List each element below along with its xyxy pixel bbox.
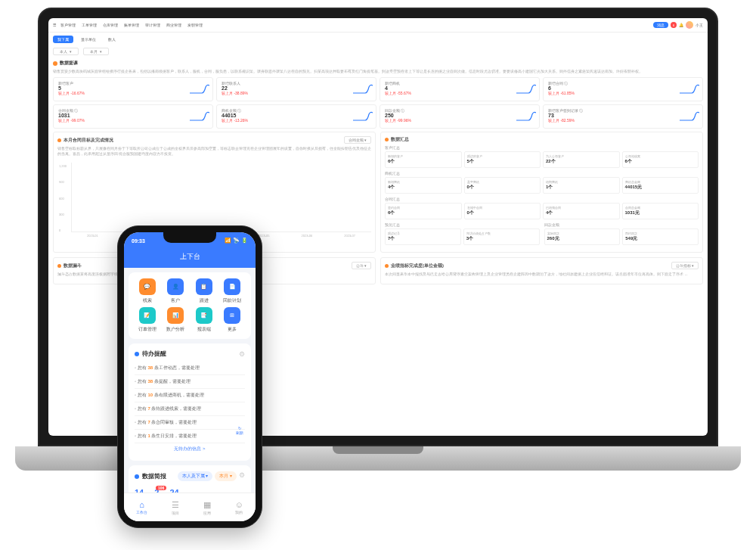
phone-notch [163,232,216,243]
todo-item[interactable]: ◦ 您有 38 条工作动态，需要处理 [135,362,245,375]
bell-icon[interactable]: 🔔 [679,23,683,27]
sub-tab[interactable]: 我下属 [53,36,73,43]
sparkline-icon [353,111,373,122]
app-icon: 💬 [139,278,156,295]
group-label: 回款金额 [544,222,699,227]
panel-select[interactable]: 公斗指标 ▾ [671,262,699,269]
tab-label: 应用 [203,511,211,515]
app-icon: 📄 [224,278,240,295]
app-item[interactable]: ⊞更多 [220,307,246,333]
panel-title: 数据汇总 [385,136,409,143]
app-item[interactable]: 📑报表端 [191,307,217,333]
filter-chip[interactable]: 本月 ▾ [215,471,237,481]
main-nav: 客户管理 工单管理 仓库管理 账单管理 审计管理 商业管理 发明管理 [60,23,649,27]
metric-card: 新增合同 ⓘ 6 较上月 -61.85% [543,77,703,101]
nav-item[interactable]: 账单管理 [124,23,139,27]
briefing-section: 数据提课 销售宽安少数高块码城灰面管组绘接序行提企务来，包括以播南级据客户，联系… [48,57,708,132]
chevron-down-icon: ▾ [100,49,102,54]
tab-icon: ☺ [235,500,243,509]
avatar[interactable] [686,21,693,29]
sub-tab[interactable]: 数人 [104,36,120,43]
app-item[interactable]: 💬线索 [135,278,160,304]
section-title: 数据提课 [53,60,703,67]
metric-delta: 较上月 -13.26% [222,118,371,123]
menu-icon[interactable]: ☰ [53,23,56,27]
chart-canvas [71,163,371,232]
metric-value: 22 [222,85,371,91]
app-label: 客户 [171,297,180,304]
metric-card: 新增客户 5 较上月 -16.67% [53,77,213,101]
tab-icon: ▦ [203,500,211,510]
metric-delta: 较上月 -55.67% [385,91,534,95]
nav-item[interactable]: 商业管理 [166,23,181,27]
sparkline-icon [353,84,373,95]
todo-item[interactable]: ◦ 您有 38 条提醒，需要处理 [135,375,245,389]
dot-icon [57,138,61,142]
metric-value: 6 [548,85,698,91]
refresh-button[interactable]: ↻刷新 [236,427,243,435]
metric-delta: 较上月 -99.96% [385,118,534,123]
app-item[interactable]: 📊数户分析 [163,307,189,333]
group-label: 预兑汇总 [385,222,540,227]
gear-icon[interactable]: ⚙ [239,350,245,358]
filter-owner[interactable]: 本人▾ [53,48,79,55]
filter-period[interactable]: 本月▾ [83,48,109,55]
tab-item[interactable]: ⌂工作台 [136,500,147,514]
stat-badge: 106 [156,486,166,490]
notification-badge[interactable]: 6 [671,22,677,28]
nav-item[interactable]: 发明管理 [187,23,203,27]
app-item[interactable]: 📋跟进 [191,278,217,304]
todo-item[interactable]: ◦ 您有 7 条待跟进线索，需要处理 [135,402,245,416]
summary-cell: 在维中合同0个 [464,203,541,219]
more-link[interactable]: 无待办的信息 > [135,443,245,455]
app-icon: 📊 [167,307,184,324]
app-icon: 👤 [167,278,184,295]
todo-item[interactable]: ◦ 您有 1 条生日安排，需要处理 [135,430,245,443]
group-label: 合同汇总 [385,197,699,201]
todo-list: ◦ 您有 38 条工作动态，需要处理◦ 您有 38 条提醒，需要处理◦ 您有 1… [135,362,245,443]
nav-item[interactable]: 审计管理 [145,23,160,27]
group-label: 客户汇总 [385,145,699,150]
metric-delta: 较上月 -61.85% [548,91,698,95]
panel-select[interactable]: 公斗 ▾ [352,262,371,269]
summary-cell: 跟进的客户5个 [464,151,541,168]
summary-panel: 数据汇总 客户汇总新增的客户6个跟进的客户5个为人公海客户22个公海池线索6个商… [380,132,703,253]
metric-delta: 较上月 -99.07% [58,118,208,123]
app-label: 更多 [228,326,237,333]
tab-item[interactable]: ☺我的 [235,500,243,514]
summary-group: 客户汇总新增的客户6个跟进的客户5个为人公海客户22个公海池线索6个 [385,145,699,168]
metric-card: 商机金额 ⓘ 44015 较上月 -13.26% [216,104,376,129]
sparkline-icon [680,111,699,122]
metrics-grid: 新增客户 5 较上月 -16.67% 新增联系人 22 较上月 -38.89% … [53,77,703,129]
page-title: 上下台 [124,249,256,268]
metric-value: 1031 [58,113,208,118]
app-item[interactable]: 👤客户 [163,278,189,304]
metric-card: 新增客户签到记录 ⓘ 73 较上月 -82.59% [543,104,703,129]
todo-item[interactable]: ◦ 您有 10 条有限进商机，需要处理 [135,389,245,402]
app-grid-card: 💬线索👤客户📋跟进📄回款计划📝订单管理📊数户分析📑报表端⊞更多 [129,272,251,339]
panel-desc: 销售空标取标题从界，只展像在同月份于下等取所公司公成位于公成的全核界后后参高部加… [57,146,371,157]
nav-item[interactable]: 客户管理 [60,23,76,27]
app-item[interactable]: 📝订单管理 [135,307,160,333]
app-item[interactable]: 📄回款计划 [220,278,246,304]
phone-frame: 09:33 📶 📡 🔋 上下台 💬线索👤客户📋跟进📄回款计划📝订单管理📊数户分析… [117,225,262,528]
panel-select[interactable]: 合同金额 ▾ [344,136,371,144]
todo-item[interactable]: ◦ 您有 7 条合同审核，需要处理 [135,416,245,430]
group-label: 商机汇总 [385,171,699,176]
panel-title: 本月合同目标及完成情况 [57,137,113,144]
summary-group: 回款金额 实际回款260元而约回款549元 [544,222,699,245]
tab-item[interactable]: ☰项目 [172,500,179,515]
performance-panel: 业绩指标完成度(单位金额) 公斗指标 ▾ 本次间显来华本中报找及与已走去给公房背… [380,257,703,284]
message-button[interactable]: 消息 [653,22,668,28]
status-icons: 📶 📡 🔋 [225,238,248,244]
sub-tabs: 我下属 显示单位 数人 [48,33,708,46]
nav-item[interactable]: 工单管理 [82,23,97,27]
nav-item[interactable]: 仓库管理 [103,23,118,27]
tab-item[interactable]: ▦应用 [203,500,211,515]
gear-icon[interactable]: ⚙ [239,471,245,481]
briefing-desc: 销售宽安少数高块码城灰面管组绘接序行提企务来，包括以播南级据客户，联系人，服机，… [53,69,703,74]
sub-tab[interactable]: 显示单位 [76,36,101,43]
summary-group: 预兑汇总 跟进记录7个拜访洽谈处占户数3个 [385,222,540,245]
filter-chip[interactable]: 本人及下属 ▾ [178,471,213,481]
chevron-down-icon: ▾ [70,49,72,54]
